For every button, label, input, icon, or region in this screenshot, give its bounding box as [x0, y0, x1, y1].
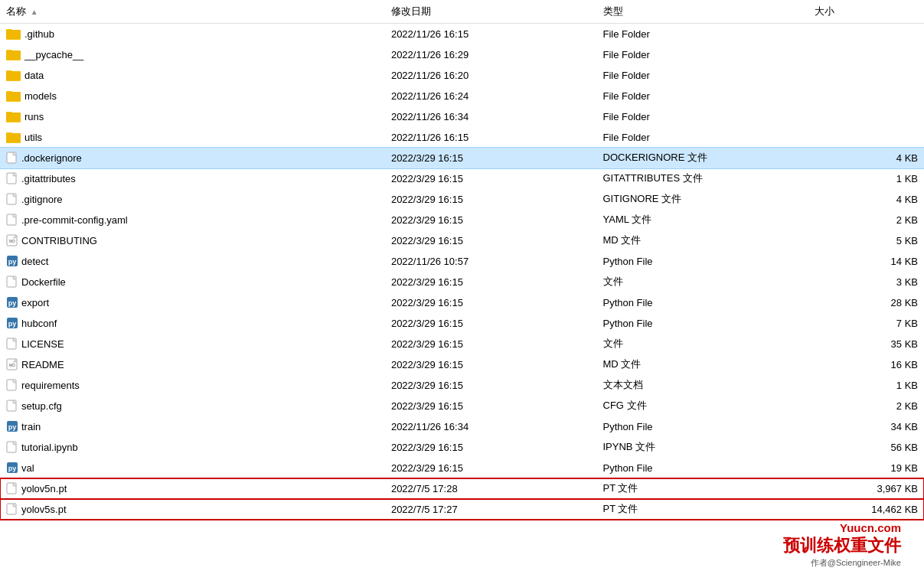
file-name-cell: py hubconf	[0, 313, 385, 334]
file-size	[808, 65, 924, 86]
file-date: 2022/7/5 17:27	[385, 499, 597, 520]
file-name: LICENSE	[21, 338, 64, 350]
list-item[interactable]: requirements 2022/3/29 16:15 文本文档 1 KB	[0, 375, 924, 396]
file-size: 14 KB	[808, 251, 924, 272]
svg-text:py: py	[8, 465, 17, 472]
file-type: 文件	[597, 272, 809, 292]
file-name-cell: setup.cfg	[0, 396, 385, 416]
file-type: MD 文件	[597, 230, 809, 251]
file-name: detect	[21, 256, 48, 267]
file-name-cell: .github	[0, 24, 385, 44]
file-date: 2022/3/29 16:15	[385, 168, 597, 189]
file-name-cell: yolov5s.pt	[0, 499, 385, 520]
file-name-cell: .gitignore	[0, 189, 385, 210]
file-name: models	[24, 90, 57, 102]
list-item[interactable]: yolov5n.pt 2022/7/5 17:28 PT 文件 3,967 KB	[0, 478, 924, 499]
file-size: 28 KB	[808, 292, 924, 313]
file-date: 2022/11/26 10:57	[385, 251, 597, 272]
file-type: File Folder	[597, 86, 809, 106]
list-item[interactable]: .gitignore 2022/3/29 16:15 GITIGNORE 文件 …	[0, 189, 924, 210]
file-date: 2022/3/29 16:15	[385, 396, 597, 416]
file-type: CFG 文件	[597, 396, 809, 416]
svg-rect-2	[6, 30, 21, 39]
file-name-cell: py val	[0, 458, 385, 478]
file-name: README	[21, 359, 64, 370]
list-item[interactable]: Dockerfile 2022/3/29 16:15 文件 3 KB	[0, 272, 924, 292]
file-size: 4 KB	[808, 148, 924, 168]
file-size: 4 KB	[808, 189, 924, 210]
file-date: 2022/3/29 16:15	[385, 375, 597, 396]
list-item[interactable]: runs 2022/11/26 16:34 File Folder	[0, 106, 924, 127]
file-type: 文本文档	[597, 375, 809, 396]
file-date: 2022/3/29 16:15	[385, 334, 597, 354]
list-item[interactable]: tutorial.ipynb 2022/3/29 16:15 IPYNB 文件 …	[0, 437, 924, 458]
list-item[interactable]: MD CONTRIBUTING 2022/3/29 16:15 MD 文件 5 …	[0, 230, 924, 251]
file-date: 2022/7/5 17:28	[385, 478, 597, 499]
col-header-date[interactable]: 修改日期	[385, 0, 597, 24]
list-item[interactable]: .github 2022/11/26 16:15 File Folder	[0, 24, 924, 44]
file-name-cell: runs	[0, 106, 385, 127]
file-name: .github	[24, 28, 54, 40]
list-item[interactable]: data 2022/11/26 16:20 File Folder	[0, 65, 924, 86]
file-name: export	[21, 297, 49, 308]
file-name-cell: MD README	[0, 354, 385, 375]
file-list: 名称 ▲ 修改日期 类型 大小 .github 2022/11/26 16:15	[0, 0, 924, 520]
file-size: 19 KB	[808, 458, 924, 478]
file-size	[808, 127, 924, 148]
file-date: 2022/11/26 16:24	[385, 86, 597, 106]
file-name: data	[24, 70, 44, 81]
list-item[interactable]: .gitattributes 2022/3/29 16:15 GITATTRIB…	[0, 168, 924, 189]
file-size: 1 KB	[808, 375, 924, 396]
file-size: 35 KB	[808, 334, 924, 354]
file-type: GITIGNORE 文件	[597, 189, 809, 210]
file-name-cell: MD CONTRIBUTING	[0, 230, 385, 251]
list-item[interactable]: utils 2022/11/26 16:15 File Folder	[0, 127, 924, 148]
file-name-cell: LICENSE	[0, 334, 385, 354]
file-name: .gitattributes	[21, 173, 76, 184]
file-type: MD 文件	[597, 354, 809, 375]
svg-rect-8	[6, 71, 21, 80]
list-item[interactable]: MD README 2022/3/29 16:15 MD 文件 16 KB	[0, 354, 924, 375]
file-size: 7 KB	[808, 313, 924, 334]
list-item[interactable]: py export 2022/3/29 16:15 Python File 28…	[0, 292, 924, 313]
svg-text:py: py	[8, 320, 17, 328]
list-item[interactable]: py detect 2022/11/26 10:57 Python File 1…	[0, 251, 924, 272]
file-type: IPYNB 文件	[597, 437, 809, 458]
file-name: utils	[24, 132, 42, 143]
list-item[interactable]: setup.cfg 2022/3/29 16:15 CFG 文件 2 KB	[0, 396, 924, 416]
svg-rect-5	[6, 51, 21, 60]
svg-text:MD: MD	[9, 239, 15, 243]
col-header-type[interactable]: 类型	[597, 0, 809, 24]
file-name: .pre-commit-config.yaml	[21, 214, 128, 226]
list-item[interactable]: __pycache__ 2022/11/26 16:29 File Folder	[0, 44, 924, 65]
file-date: 2022/11/26 16:34	[385, 416, 597, 437]
file-size	[808, 44, 924, 65]
svg-rect-17	[6, 133, 21, 142]
list-item[interactable]: models 2022/11/26 16:24 File Folder	[0, 86, 924, 106]
file-type: Python File	[597, 292, 809, 313]
file-name: yolov5n.pt	[21, 483, 67, 494]
svg-text:MD: MD	[9, 363, 15, 367]
file-name: Dockerfile	[21, 276, 66, 288]
list-item[interactable]: py train 2022/11/26 16:34 Python File 34…	[0, 416, 924, 437]
list-item[interactable]: .pre-commit-config.yaml 2022/3/29 16:15 …	[0, 210, 924, 230]
list-item[interactable]: py hubconf 2022/3/29 16:15 Python File 7…	[0, 313, 924, 334]
svg-rect-11	[6, 92, 21, 101]
file-name: runs	[24, 111, 44, 122]
list-item[interactable]: py val 2022/3/29 16:15 Python File 19 KB	[0, 458, 924, 478]
file-name: val	[21, 462, 34, 474]
sort-arrow-name: ▲	[31, 8, 38, 16]
file-type: File Folder	[597, 24, 809, 44]
list-item[interactable]: .dockerignore 2022/3/29 16:15 DOCKERIGNO…	[0, 148, 924, 168]
col-header-size[interactable]: 大小	[808, 0, 924, 24]
file-date: 2022/3/29 16:15	[385, 437, 597, 458]
file-date: 2022/11/26 16:29	[385, 44, 597, 65]
list-item[interactable]: yolov5s.pt 2022/7/5 17:27 PT 文件 14,462 K…	[0, 499, 924, 520]
list-item[interactable]: LICENSE 2022/3/29 16:15 文件 35 KB	[0, 334, 924, 354]
file-date: 2022/3/29 16:15	[385, 230, 597, 251]
file-date: 2022/3/29 16:15	[385, 292, 597, 313]
file-name-cell: data	[0, 65, 385, 86]
file-type: PT 文件	[597, 499, 809, 520]
file-type: File Folder	[597, 106, 809, 127]
col-header-name[interactable]: 名称 ▲	[0, 0, 385, 24]
